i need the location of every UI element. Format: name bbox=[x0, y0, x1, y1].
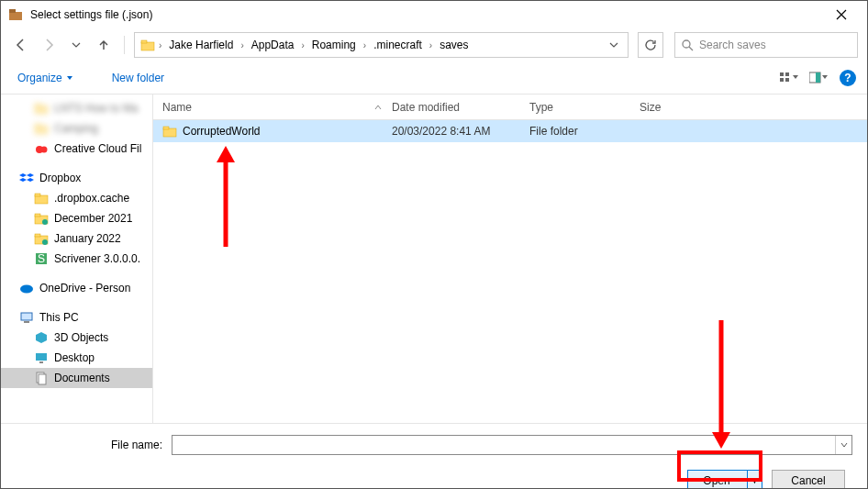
column-size[interactable]: Size bbox=[640, 101, 713, 114]
file-name: CorruptedWorld bbox=[183, 125, 392, 138]
search-icon bbox=[681, 39, 694, 51]
sidebar-item[interactable]: .dropbox.cache bbox=[1, 188, 152, 208]
sidebar-item-3d-objects[interactable]: 3D Objects bbox=[1, 328, 152, 348]
svg-rect-11 bbox=[35, 106, 48, 114]
breadcrumb-item[interactable]: .minecraft bbox=[370, 37, 426, 53]
sidebar-item-dropbox[interactable]: Dropbox bbox=[1, 168, 152, 188]
column-name[interactable]: Name bbox=[162, 101, 192, 114]
svg-rect-0 bbox=[9, 12, 22, 20]
chevron-right-icon[interactable]: › bbox=[429, 40, 432, 50]
svg-point-16 bbox=[41, 147, 48, 153]
svg-rect-28 bbox=[21, 313, 32, 320]
svg-rect-13 bbox=[35, 126, 48, 134]
svg-point-24 bbox=[42, 239, 48, 245]
breadcrumb-item[interactable]: Roaming bbox=[308, 37, 360, 53]
pc-icon bbox=[19, 310, 34, 325]
folder-icon bbox=[162, 124, 177, 139]
view-options-button[interactable] bbox=[777, 67, 803, 89]
sidebar: LNTS How to Ma Camping Creative Cloud Fi… bbox=[1, 94, 153, 423]
svg-rect-18 bbox=[35, 194, 40, 196]
svg-rect-10 bbox=[816, 72, 820, 83]
address-bar[interactable]: › Jake Harfield › AppData › Roaming › .m… bbox=[134, 32, 629, 58]
organize-button[interactable]: Organize bbox=[12, 68, 79, 88]
filename-input[interactable] bbox=[172, 435, 852, 455]
open-button[interactable]: Open▼ bbox=[687, 470, 762, 489]
column-headers[interactable]: Name Date modified Type Size bbox=[153, 94, 867, 120]
window-title: Select settings file (.json) bbox=[30, 8, 823, 21]
svg-rect-23 bbox=[35, 234, 40, 237]
file-list: CorruptedWorld 20/03/2022 8:41 AM File f… bbox=[153, 120, 867, 423]
back-button[interactable] bbox=[10, 34, 32, 56]
svg-point-21 bbox=[42, 219, 48, 225]
svg-rect-33 bbox=[39, 374, 46, 384]
file-date: 20/03/2022 8:41 AM bbox=[392, 125, 529, 138]
creative-cloud-icon bbox=[34, 141, 49, 156]
svg-rect-14 bbox=[35, 124, 40, 127]
svg-rect-3 bbox=[141, 40, 147, 43]
cancel-button[interactable]: Cancel bbox=[772, 470, 845, 489]
folder-icon bbox=[140, 38, 155, 52]
sidebar-item-documents[interactable]: Documents bbox=[1, 368, 152, 388]
svg-rect-5 bbox=[780, 72, 784, 76]
svg-rect-12 bbox=[35, 104, 40, 106]
svg-text:S: S bbox=[38, 252, 45, 265]
recent-dropdown[interactable] bbox=[65, 34, 87, 56]
sidebar-item[interactable]: Camping bbox=[1, 118, 152, 139]
sidebar-item[interactable]: December 2021 bbox=[1, 208, 152, 228]
svg-rect-20 bbox=[35, 214, 40, 217]
sidebar-item[interactable]: LNTS How to Ma bbox=[1, 98, 152, 118]
forward-button[interactable] bbox=[38, 34, 60, 56]
breadcrumb-item[interactable]: AppData bbox=[248, 37, 298, 53]
chevron-right-icon[interactable]: › bbox=[240, 40, 243, 50]
svg-rect-17 bbox=[35, 195, 48, 204]
svg-rect-35 bbox=[163, 127, 169, 129]
breadcrumb-item[interactable]: Jake Harfield bbox=[165, 37, 237, 53]
search-placeholder: Search saves bbox=[699, 39, 766, 51]
svg-rect-8 bbox=[785, 78, 789, 82]
column-date[interactable]: Date modified bbox=[392, 101, 529, 114]
chevron-right-icon[interactable]: › bbox=[301, 40, 304, 50]
file-row[interactable]: CorruptedWorld 20/03/2022 8:41 AM File f… bbox=[153, 120, 867, 142]
sidebar-item-this-pc[interactable]: This PC bbox=[1, 307, 152, 328]
new-folder-button[interactable]: New folder bbox=[106, 68, 170, 88]
breadcrumb-item[interactable]: saves bbox=[436, 37, 472, 53]
svg-rect-34 bbox=[163, 128, 176, 137]
svg-rect-6 bbox=[785, 72, 789, 76]
svg-rect-7 bbox=[780, 78, 784, 82]
sidebar-item-onedrive[interactable]: OneDrive - Person bbox=[1, 278, 152, 298]
sidebar-item[interactable]: January 2022 bbox=[1, 228, 152, 249]
refresh-button[interactable] bbox=[638, 32, 663, 58]
documents-icon bbox=[34, 371, 49, 385]
close-button[interactable] bbox=[823, 2, 860, 28]
file-type: File folder bbox=[529, 125, 640, 138]
svg-point-4 bbox=[683, 40, 690, 48]
svg-rect-30 bbox=[36, 353, 47, 361]
column-type[interactable]: Type bbox=[529, 101, 640, 114]
scrivener-icon: S bbox=[34, 251, 49, 266]
chevron-down-icon bbox=[66, 74, 73, 82]
svg-rect-2 bbox=[141, 42, 154, 50]
app-icon bbox=[8, 7, 23, 22]
sort-indicator-icon bbox=[373, 104, 383, 111]
open-dropdown[interactable]: ▼ bbox=[747, 471, 762, 489]
dropbox-icon bbox=[19, 171, 34, 185]
preview-pane-button[interactable] bbox=[807, 67, 832, 89]
filename-label: File name: bbox=[16, 439, 172, 451]
sidebar-item-creative-cloud[interactable]: Creative Cloud Fil bbox=[1, 139, 152, 159]
address-dropdown[interactable] bbox=[606, 40, 622, 50]
objects-3d-icon bbox=[34, 330, 49, 345]
onedrive-icon bbox=[19, 281, 34, 295]
svg-point-27 bbox=[20, 285, 33, 294]
svg-rect-31 bbox=[39, 361, 43, 363]
chevron-right-icon[interactable]: › bbox=[363, 40, 366, 50]
sidebar-item[interactable]: SScrivener 3.0.0.0. bbox=[1, 249, 152, 269]
help-button[interactable]: ? bbox=[840, 70, 856, 86]
svg-rect-29 bbox=[24, 321, 29, 323]
search-input[interactable]: Search saves bbox=[674, 32, 858, 58]
desktop-icon bbox=[34, 350, 49, 365]
chevron-right-icon[interactable]: › bbox=[159, 40, 161, 50]
svg-rect-1 bbox=[9, 9, 16, 13]
sidebar-item-desktop[interactable]: Desktop bbox=[1, 348, 152, 368]
up-button[interactable] bbox=[93, 34, 115, 56]
filename-dropdown[interactable] bbox=[835, 436, 851, 454]
